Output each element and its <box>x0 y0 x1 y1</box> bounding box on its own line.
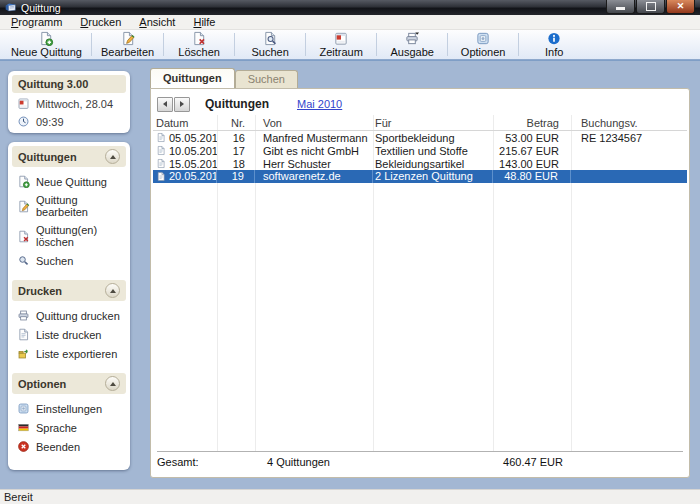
time-label: 09:39 <box>36 116 64 128</box>
sidebar-item-neue-quittung[interactable]: Neue Quittung <box>12 172 126 191</box>
toolbar-button-loeschen[interactable]: Löschen <box>164 30 234 59</box>
cell-fuer: 2 Lizenzen Quittung <box>373 170 493 183</box>
cell-nr: 16 <box>217 132 255 144</box>
column-header-datum[interactable]: Datum <box>153 117 217 129</box>
table-row[interactable]: 10.05.2010 17 Gibt es nicht GmbH Textili… <box>153 144 687 157</box>
receipts-table: Datum Nr. Von Für Betrag Buchungsv. 05.0… <box>153 115 687 451</box>
sidebar-item-liste-exportieren[interactable]: Liste exportieren <box>12 344 126 363</box>
cell-buchungsv <box>571 170 687 183</box>
nav-list: Einstellungen Sprache Beenden <box>12 394 126 462</box>
menubar: Programm Drucken Ansicht Hilfe <box>0 15 700 30</box>
toolbar-button-ausgabe[interactable]: Ausgabe <box>377 30 447 59</box>
status-text: Bereit <box>4 491 33 503</box>
table-row-selected[interactable]: 20.05.2010 19 softwarenetz.de 2 Lizenzen… <box>153 170 687 183</box>
section-title: Quittungen <box>18 151 77 163</box>
sidebar-item-label: Sprache <box>36 422 77 434</box>
minimize-icon <box>616 7 625 10</box>
prev-month-button[interactable] <box>157 97 173 112</box>
magnifier-icon <box>17 254 30 267</box>
sidebar-item-label: Quittung bearbeiten <box>36 194 121 218</box>
collapse-button[interactable] <box>105 376 120 391</box>
cell-datum: 15.05.2010 <box>169 158 217 170</box>
chevron-right-icon <box>180 101 184 107</box>
period-link[interactable]: Mai 2010 <box>297 98 342 110</box>
sidebar-item-beenden[interactable]: Beenden <box>12 437 126 456</box>
menu-ansicht[interactable]: Ansicht <box>130 16 184 28</box>
toolbar-label: Ausgabe <box>390 46 433 58</box>
main-panel: Quittungen Mai 2010 Datum Nr. Von Für Be… <box>150 88 690 478</box>
receipt-doc-icon <box>156 158 166 169</box>
menu-drucken[interactable]: Drucken <box>71 16 130 28</box>
sidebar-item-label: Neue Quittung <box>36 176 107 188</box>
toolbar-label: Info <box>545 46 563 58</box>
section-quittungen: Quittungen Neue Quittung Quittung bearbe… <box>12 146 126 276</box>
toolbar-button-zeitraum[interactable]: Zeitraum <box>306 30 376 59</box>
sidebar: Quittung 3.00 Mittwoch, 28.04 09:39 Quit… <box>8 71 130 479</box>
toolbar-button-suchen[interactable]: Suchen <box>235 30 305 59</box>
toolbar-button-info[interactable]: Info <box>519 30 589 59</box>
new-receipt-icon <box>17 175 30 188</box>
collapse-button[interactable] <box>105 283 120 298</box>
tab-quittungen[interactable]: Quittungen <box>150 68 235 88</box>
statusbar: Bereit <box>0 489 700 504</box>
sidebar-item-einstellungen[interactable]: Einstellungen <box>12 399 126 418</box>
maximize-icon <box>646 2 656 11</box>
quit-icon <box>17 440 30 453</box>
column-header-von[interactable]: Von <box>255 117 373 129</box>
table-header: Datum Nr. Von Für Betrag Buchungsv. <box>153 115 687 131</box>
sidebar-item-suchen[interactable]: Suchen <box>12 251 126 270</box>
sidebar-item-sprache[interactable]: Sprache <box>12 418 126 437</box>
sidebar-item-quittungen-loeschen[interactable]: Quittung(en) löschen <box>12 221 126 251</box>
cell-von: softwarenetz.de <box>255 170 373 183</box>
section-header-quittungen[interactable]: Quittungen <box>12 146 126 167</box>
toolbar-button-optionen[interactable]: Optionen <box>448 30 518 59</box>
search-receipt-icon <box>262 31 278 46</box>
calendar-icon <box>333 31 349 46</box>
section-header-optionen[interactable]: Optionen <box>12 373 126 394</box>
receipt-doc-icon <box>156 132 166 143</box>
sidebar-item-quittung-drucken[interactable]: Quittung drucken <box>12 306 126 325</box>
column-header-nr[interactable]: Nr. <box>217 117 255 129</box>
cell-betrag: 53.00 EUR <box>493 132 571 144</box>
section-title: Drucken <box>18 285 62 297</box>
info-card-header: Quittung 3.00 <box>12 75 126 93</box>
section-header-drucken[interactable]: Drucken <box>12 280 126 301</box>
receipt-doc-icon <box>156 171 166 182</box>
column-header-buchungsv[interactable]: Buchungsv. <box>571 117 687 129</box>
titlebar[interactable]: Quittung ✕ <box>0 0 700 15</box>
cell-datum: 20.05.2010 <box>169 170 217 183</box>
sidebar-item-quittung-bearbeiten[interactable]: Quittung bearbeiten <box>12 191 126 221</box>
chevron-up-icon <box>110 155 116 159</box>
sidebar-item-liste-drucken[interactable]: Liste drucken <box>12 325 126 344</box>
cell-betrag: 48.80 EUR <box>493 170 571 183</box>
toolbar-button-neue-quittung[interactable]: Neue Quittung <box>2 30 91 59</box>
collapse-button[interactable] <box>105 149 120 164</box>
cell-fuer: Bekleidungsartikel <box>373 158 493 170</box>
cell-betrag: 143.00 EUR <box>493 158 571 170</box>
settings-icon <box>17 402 30 415</box>
clock-icon <box>17 115 30 128</box>
menu-programm[interactable]: Programm <box>2 16 71 28</box>
nav-list: Quittung drucken Liste drucken Liste exp… <box>12 301 126 369</box>
next-month-button[interactable] <box>174 97 190 112</box>
tab-suchen[interactable]: Suchen <box>235 70 298 88</box>
maximize-button[interactable] <box>636 0 665 14</box>
app-window: Quittung ✕ Programm Drucken Ansicht Hilf… <box>0 0 700 504</box>
table-row[interactable]: 15.05.2010 18 Herr Schuster Bekleidungsa… <box>153 157 687 170</box>
cell-datum: 05.05.2010 <box>169 132 217 144</box>
column-header-betrag[interactable]: Betrag <box>493 117 571 129</box>
section-drucken: Drucken Quittung drucken Liste drucken <box>12 280 126 369</box>
chevron-left-icon <box>163 101 167 107</box>
cell-nr: 18 <box>217 158 255 170</box>
menu-hilfe[interactable]: Hilfe <box>184 16 224 28</box>
close-button[interactable]: ✕ <box>666 0 695 14</box>
edit-receipt-icon <box>120 31 136 46</box>
column-header-fuer[interactable]: Für <box>373 117 493 129</box>
cell-fuer: Sportbekleidung <box>373 132 493 144</box>
sidebar-item-label: Einstellungen <box>36 403 102 415</box>
receipt-doc-icon <box>156 145 166 156</box>
toolbar-button-bearbeiten[interactable]: Bearbeiten <box>92 30 163 59</box>
table-row[interactable]: 05.05.2010 16 Manfred Mustermann Sportbe… <box>153 131 687 144</box>
document-icon <box>17 328 30 341</box>
minimize-button[interactable] <box>606 0 635 14</box>
